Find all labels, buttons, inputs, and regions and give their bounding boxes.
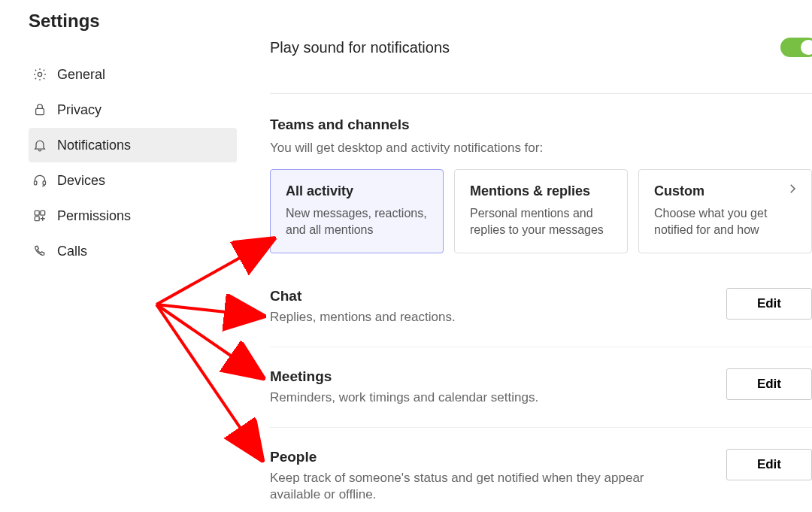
sidebar-item-devices[interactable]: Devices [29,163,237,198]
sidebar-item-permissions[interactable]: Permissions [29,198,237,233]
card-title: Custom [654,183,796,199]
svg-point-0 [38,72,41,76]
sidebar-item-label: Privacy [57,102,102,118]
svg-rect-3 [43,181,45,185]
play-sound-toggle[interactable] [780,38,812,57]
gear-icon [30,66,50,83]
chat-desc: Replies, mentions and reactions. [270,309,456,326]
card-desc: New messages, reactions, and all mention… [286,205,428,238]
people-section: People Keep track of someone's status an… [270,449,812,512]
svg-rect-2 [35,181,37,185]
svg-rect-4 [35,211,39,215]
card-desc: Personal mentions and replies to your me… [470,205,612,238]
people-title: People [270,449,661,465]
teams-section-title: Teams and channels [270,117,812,133]
card-mentions-replies[interactable]: Mentions & replies Personal mentions and… [454,169,628,253]
people-desc: Keep track of someone's status and get n… [270,470,661,503]
divider [270,93,812,94]
meetings-title: Meetings [270,368,538,385]
chat-edit-button[interactable]: Edit [726,288,812,320]
sidebar-item-privacy[interactable]: Privacy [29,92,237,127]
svg-rect-6 [35,217,39,221]
meetings-edit-button[interactable]: Edit [726,368,812,400]
sidebar-item-label: Calls [57,244,87,259]
lock-icon [30,101,50,118]
card-all-activity[interactable]: All activity New messages, reactions, an… [270,169,444,253]
svg-rect-5 [41,211,45,215]
sidebar-item-label: Notifications [57,138,131,153]
card-title: All activity [286,183,428,199]
card-desc: Choose what you get notified for and how [654,205,796,238]
sidebar-item-calls[interactable]: Calls [29,234,237,268]
sidebar-item-label: General [57,67,105,83]
headset-icon [30,172,50,189]
chat-title: Chat [270,288,456,304]
svg-rect-1 [36,108,44,114]
sidebar-item-label: Permissions [57,208,131,224]
teams-section-subtitle: You will get desktop and activity notifi… [270,141,812,156]
phone-icon [30,243,50,259]
meetings-section: Meetings Reminders, work timings and cal… [270,368,812,428]
chat-section: Chat Replies, mentions and reactions. Ed… [270,288,812,347]
play-sound-row: Play sound for notifications [270,38,812,57]
play-sound-label: Play sound for notifications [270,39,450,56]
sidebar-item-notifications[interactable]: Notifications [29,128,237,162]
meetings-desc: Reminders, work timings and calendar set… [270,389,538,406]
bell-icon [30,137,50,153]
sidebar-item-label: Devices [57,173,105,189]
card-custom[interactable]: Custom Choose what you get notified for … [638,169,812,253]
settings-title: Settings [29,11,237,32]
chevron-right-icon [786,182,799,198]
card-title: Mentions & replies [470,183,612,199]
people-edit-button[interactable]: Edit [726,449,812,480]
sidebar-item-general[interactable]: General [29,57,237,92]
apps-icon [30,208,50,224]
